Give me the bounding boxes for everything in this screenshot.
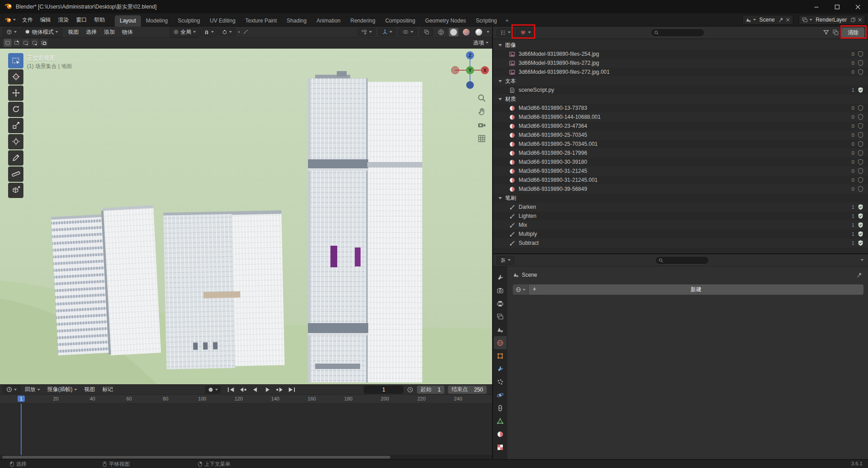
fake-user-shield-icon[interactable] [858,150,864,156]
editor-type-dropdown[interactable] [3,28,20,36]
blender-menu-button[interactable] [0,17,18,23]
remove-icon[interactable] [858,18,862,22]
current-frame-line[interactable] [21,404,22,455]
show-overlays-dropdown[interactable] [399,28,417,36]
topbar-menu-item[interactable]: 编辑 [36,14,54,26]
topbar-menu-item[interactable]: 渲染 [54,14,72,26]
properties-tab-render[interactable] [494,284,506,297]
outliner-item[interactable]: Darken 1 [493,202,868,212]
tool-move-button[interactable] [8,86,23,101]
shading-solid-button[interactable] [449,28,458,36]
expand-triangle-icon[interactable] [498,80,502,82]
navigation-gizmo[interactable]: Z X Y [449,50,491,91]
fake-user-shield-icon[interactable] [858,231,864,237]
expand-triangle-icon[interactable] [498,197,502,199]
shading-material-button[interactable] [461,28,471,36]
outliner-item[interactable]: Mat3d66-9319890-144-10688.001 0 [493,112,868,122]
pin-id-icon[interactable] [856,272,863,279]
tool-rotate-button[interactable] [8,102,23,117]
fake-user-shield-icon[interactable] [858,186,864,192]
purge-button[interactable]: 清除 [842,27,864,38]
topbar-menu-item[interactable]: 窗口 [72,14,90,26]
world-browse-dropdown[interactable] [513,284,529,295]
outliner-item[interactable]: 3d66Model-9319890-files-272.jpg.001 0 [493,68,868,76]
shading-wireframe-button[interactable] [436,28,446,36]
pan-icon[interactable] [477,107,486,116]
outliner-item[interactable]: Mat3d66-9319890-39-56849 0 [493,184,868,194]
pin-icon[interactable] [778,17,784,22]
select-mode-invert-icon[interactable] [31,39,39,47]
workspace-tab-layout[interactable]: Layout [115,15,141,27]
viewport-canvas[interactable]: 正交前视图 (1) 场景集合 | 地面 Z X Y [0,49,492,384]
fake-user-shield-icon[interactable] [858,213,864,219]
fake-user-shield-icon[interactable] [858,141,864,147]
falloff-curve-icon[interactable] [243,29,249,35]
fake-user-shield-icon[interactable] [858,60,864,66]
shading-rendered-button[interactable] [474,28,484,36]
fake-user-shield-icon[interactable] [858,69,864,75]
topbar-menu-item[interactable]: 帮助 [90,14,108,26]
properties-tab-output[interactable] [494,297,506,310]
outliner-item[interactable]: sceneScript.py 1 [493,86,868,94]
fake-user-shield-icon[interactable] [858,114,864,120]
fake-user-shield-icon[interactable] [858,222,864,228]
proportional-edit-dropdown[interactable] [218,28,235,36]
select-mode-intersect-icon[interactable] [40,39,48,47]
viewport-menu-item[interactable]: 物体 [118,27,136,38]
timeline-editor-dropdown[interactable] [3,385,20,394]
fake-user-shield-icon[interactable] [858,51,864,57]
timeline-menu-item[interactable]: 视图 [81,384,99,395]
workspace-tab-modeling[interactable]: Modeling [141,15,173,27]
topbar-menu-item[interactable]: 文件 [18,14,36,26]
grid-ortho-icon[interactable] [477,134,486,143]
outliner-editor-dropdown[interactable] [497,28,514,37]
scene-selector[interactable]: Scene [742,15,793,25]
select-mode-extend-icon[interactable] [13,39,21,47]
outliner-search-input[interactable] [660,30,701,35]
tool-measure-button[interactable] [8,166,23,182]
current-frame-field[interactable]: 1 [364,386,403,394]
frame-end-field[interactable]: 结束点 250 [448,386,487,394]
timeline-scrollbar[interactable] [0,455,492,459]
fake-user-shield-icon[interactable] [858,123,864,129]
workspace-tab-animation[interactable]: Animation [312,15,345,27]
properties-tab-tool[interactable] [494,271,506,284]
tool-box-select-button[interactable] [8,53,23,68]
properties-tab-constraints[interactable] [494,401,506,414]
fake-user-shield-icon[interactable] [858,177,864,183]
outliner-item[interactable]: Multiply 1 [493,230,868,238]
object-visibility-dropdown[interactable] [357,28,375,36]
blender-logo-icon[interactable] [5,3,12,11]
properties-tab-material[interactable] [494,428,506,441]
building-left[interactable] [51,205,161,358]
tool-scale-button[interactable] [8,118,23,133]
fake-user-shield-icon[interactable] [858,159,864,165]
unlink-icon[interactable] [786,18,790,22]
properties-tab-particles[interactable] [494,375,506,388]
timeline-track-area[interactable] [0,404,492,455]
outliner-search[interactable] [651,28,705,37]
fake-user-shield-icon[interactable] [858,87,864,93]
close-button[interactable] [847,0,868,14]
zoom-icon[interactable] [477,94,486,103]
outliner-item[interactable]: Mat3d66-9319890-28-17996 0 [493,148,868,158]
outliner-item[interactable]: Mat3d66-9319890-13-73783 0 [493,104,868,112]
properties-tab-scene[interactable] [494,323,506,336]
display-mode-dropdown[interactable] [516,28,534,37]
current-frame-marker[interactable]: 1 [18,396,25,402]
outliner-item[interactable]: Mat3d66-9319890-25-70345 0 [493,130,868,140]
properties-search[interactable] [655,256,709,265]
fake-user-shield-icon[interactable] [858,105,864,111]
next-keyframe-button[interactable] [274,386,285,394]
play-reverse-button[interactable] [249,386,261,394]
outliner-item[interactable]: Mat3d66-9319890-30-39180 0 [493,158,868,166]
auto-keying-toggle[interactable] [205,386,221,394]
view-layer-selector[interactable]: RenderLayer [799,15,865,25]
outliner-item[interactable]: 3d66Model-9319890-files-272.jpg 0 [493,58,868,68]
tool-add-cube-button[interactable] [8,183,23,198]
mode-dropdown[interactable]: 物体模式 [21,27,62,37]
workspace-tab-compositing[interactable]: Compositing [380,15,420,27]
copy-icon[interactable] [850,17,856,22]
snapping-dropdown[interactable] [200,28,217,36]
outliner-category[interactable]: 笔刷 [493,194,868,202]
